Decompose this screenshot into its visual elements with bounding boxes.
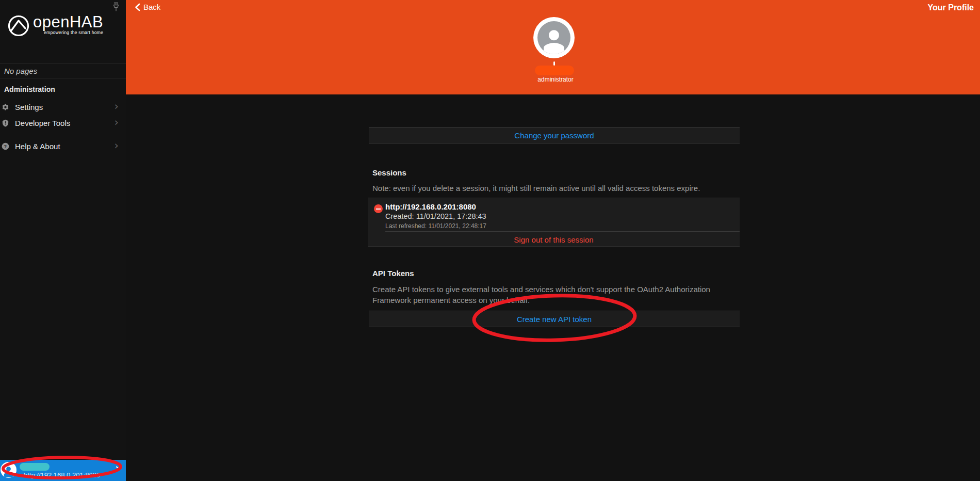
change-password-bar: Change your password bbox=[369, 127, 740, 143]
shield-icon bbox=[2, 119, 9, 127]
sidebar-item-developer-tools[interactable]: Developer Tools › bbox=[0, 115, 126, 131]
api-tokens-heading: API Tokens bbox=[372, 269, 414, 278]
sidebar-item-label: Developer Tools bbox=[15, 119, 70, 127]
chevron-right-icon: › bbox=[115, 139, 119, 152]
pin-sidebar-icon[interactable] bbox=[112, 2, 120, 12]
create-token-bar: Create new API token bbox=[369, 311, 740, 327]
back-button[interactable]: Back bbox=[135, 3, 160, 11]
redacted-username bbox=[535, 66, 574, 75]
no-pages-label: No pages bbox=[0, 63, 126, 78]
sessions-heading: Sessions bbox=[372, 168, 406, 177]
session-last-refreshed: Last refreshed: 11/01/2021, 22:48:17 bbox=[385, 222, 486, 230]
redacted-username bbox=[20, 463, 50, 471]
chevron-right-icon: › bbox=[115, 100, 119, 113]
signout-row: Sign out of this session bbox=[368, 232, 740, 247]
session-item: http://192.168.0.201:8080 Created: 11/01… bbox=[368, 198, 740, 247]
server-url-label: http://192.168.0.201:8080 bbox=[24, 471, 100, 479]
sidebar-item-help-about[interactable]: ? Help & About › bbox=[0, 138, 126, 154]
person-icon bbox=[537, 21, 570, 54]
openhab-logo: openHAB empowering the smart home bbox=[7, 14, 103, 37]
username-label: administrator bbox=[508, 76, 603, 83]
sidebar-section-administration: Administration bbox=[4, 85, 55, 93]
svg-text:?: ? bbox=[4, 144, 7, 149]
logo-tagline: empowering the smart home bbox=[33, 30, 103, 35]
sidebar-item-label: Settings bbox=[15, 103, 43, 111]
page-title: Your Profile bbox=[928, 3, 974, 12]
logo-name: openHAB bbox=[33, 14, 103, 30]
sessions-note: Note: even if you delete a session, it m… bbox=[372, 184, 700, 193]
back-label: Back bbox=[143, 3, 160, 11]
sidebar-item-label: Help & About bbox=[15, 142, 60, 151]
sidebar: openHAB empowering the smart home No pag… bbox=[0, 0, 126, 481]
session-created: Created: 11/01/2021, 17:28:43 bbox=[385, 212, 486, 220]
footer-user-button[interactable]: http://192.168.0.201:8080 › bbox=[0, 460, 126, 481]
session-url: http://192.168.0.201:8080 bbox=[385, 202, 476, 211]
api-tokens-description: Create API tokens to give external tools… bbox=[372, 284, 746, 306]
profile-header: Back Your Profile administrator bbox=[126, 0, 980, 94]
change-password-link[interactable]: Change your password bbox=[514, 131, 594, 140]
create-api-token-link[interactable]: Create new API token bbox=[517, 315, 592, 324]
chevron-right-icon: › bbox=[115, 116, 119, 129]
person-icon bbox=[1, 462, 17, 478]
back-chevron-icon bbox=[135, 3, 140, 11]
remove-session-icon[interactable] bbox=[374, 204, 383, 213]
sidebar-item-settings[interactable]: Settings › bbox=[0, 99, 126, 115]
redaction-artifact bbox=[553, 61, 555, 66]
openhab-logo-icon bbox=[7, 14, 30, 37]
gear-icon bbox=[2, 103, 9, 111]
profile-avatar bbox=[533, 17, 575, 58]
signout-session-link[interactable]: Sign out of this session bbox=[514, 235, 593, 244]
chevron-right-icon: › bbox=[115, 462, 120, 474]
openhab-app-window: openHAB empowering the smart home No pag… bbox=[0, 0, 980, 481]
question-icon: ? bbox=[2, 142, 9, 150]
